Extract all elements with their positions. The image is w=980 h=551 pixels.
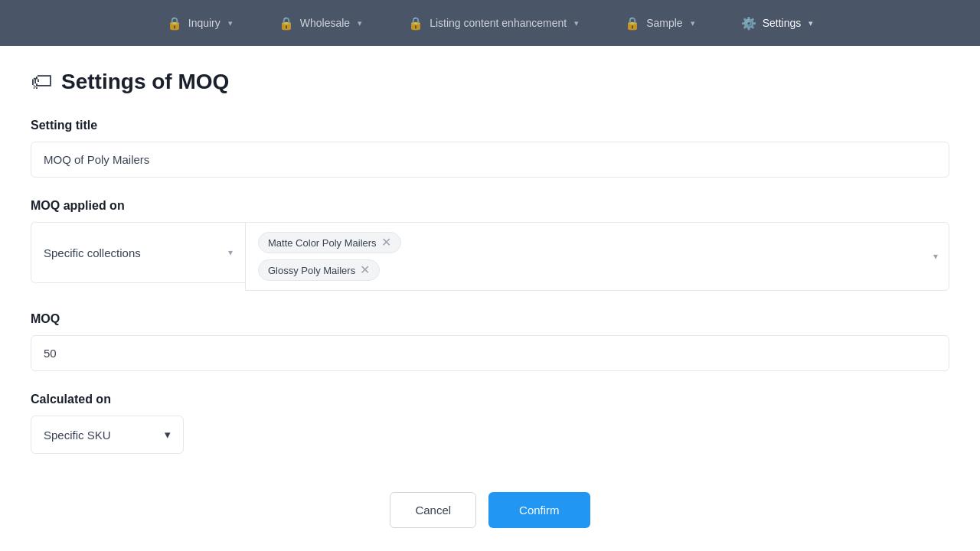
settings-chevron: ▾: [808, 18, 813, 28]
tag-glossy-remove[interactable]: ✕: [360, 264, 370, 276]
sample-icon: 🔒: [625, 16, 640, 31]
wholesale-icon: 🔒: [279, 16, 294, 31]
moq-applied-row: Specific collections ▾ Matte Color Poly …: [31, 222, 949, 291]
settings-icon: ⚙️: [741, 16, 756, 31]
nav-item-listing-content[interactable]: 🔒 Listing content enhancement ▾: [400, 11, 586, 35]
page-title-row: 🏷 Settings of MOQ: [31, 69, 949, 94]
moq-input[interactable]: [31, 335, 949, 371]
confirm-button[interactable]: Confirm: [488, 492, 590, 528]
calc-on-dropdown[interactable]: Specific SKU ▾: [31, 416, 184, 454]
collections-dropdown-value: Specific collections: [44, 246, 141, 259]
nav-item-wholesale[interactable]: 🔒 Wholesale ▾: [271, 11, 370, 35]
inquiry-chevron: ▾: [228, 18, 233, 28]
calc-dropdown-chevron: ▾: [165, 428, 171, 442]
nav-item-settings[interactable]: ⚙️ Settings ▾: [733, 11, 822, 35]
tag-glossy: Glossy Poly Mailers ✕: [258, 259, 380, 281]
main-content: 🏷 Settings of MOQ Setting title MOQ appl…: [0, 46, 980, 551]
cancel-button[interactable]: Cancel: [390, 492, 476, 528]
tag-matte-remove[interactable]: ✕: [381, 236, 391, 249]
setting-title-input[interactable]: [31, 142, 949, 178]
inquiry-icon: 🔒: [167, 16, 182, 31]
nav-item-sample[interactable]: 🔒 Sample ▾: [617, 11, 702, 35]
calculated-on-section: Calculated on Specific SKU ▾: [31, 393, 949, 454]
wholesale-chevron: ▾: [358, 18, 362, 28]
moq-section: MOQ: [31, 312, 949, 371]
moq-label: MOQ: [31, 312, 949, 326]
tag-matte: Matte Color Poly Mailers ✕: [258, 232, 401, 253]
calc-dropdown-value: Specific SKU: [44, 429, 111, 442]
collections-dropdown-chevron: ▾: [228, 247, 233, 258]
top-nav: 🔒 Inquiry ▾ 🔒 Wholesale ▾ 🔒 Listing cont…: [0, 0, 980, 46]
nav-wholesale-label: Wholesale: [300, 17, 350, 29]
nav-inquiry-label: Inquiry: [188, 17, 220, 29]
nav-listing-label: Listing content enhancement: [430, 17, 567, 29]
page-title: Settings of MOQ: [61, 70, 229, 94]
setting-title-section: Setting title: [31, 119, 949, 178]
setting-title-label: Setting title: [31, 119, 949, 132]
tag-matte-label: Matte Color Poly Mailers: [268, 237, 377, 249]
button-row: Cancel Confirm: [31, 492, 949, 528]
listing-icon: 🔒: [408, 16, 423, 31]
sample-chevron: ▾: [691, 18, 695, 28]
tags-chevron: ▾: [933, 251, 938, 262]
nav-item-inquiry[interactable]: 🔒 Inquiry ▾: [159, 11, 240, 35]
tag-glossy-label: Glossy Poly Mailers: [268, 265, 355, 276]
moq-applied-label: MOQ applied on: [31, 199, 949, 213]
nav-settings-label: Settings: [763, 17, 802, 29]
nav-sample-label: Sample: [646, 17, 682, 29]
listing-chevron: ▾: [574, 18, 579, 28]
calculated-on-label: Calculated on: [31, 393, 949, 406]
moq-applied-section: MOQ applied on Specific collections ▾ Ma…: [31, 199, 949, 291]
page-title-icon: 🏷: [31, 69, 52, 94]
tags-container[interactable]: Matte Color Poly Mailers ✕ Glossy Poly M…: [245, 222, 949, 291]
collections-dropdown[interactable]: Specific collections ▾: [31, 222, 245, 283]
